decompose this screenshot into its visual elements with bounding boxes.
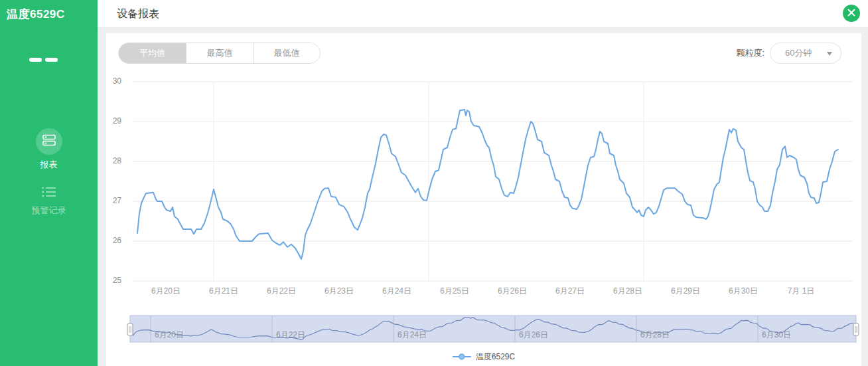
x-axis-label: 6月25日 [426,286,483,297]
warning-list-icon [42,189,56,200]
x-axis-label: 6月30日 [715,286,772,297]
sidebar-item-warning-records[interactable]: 预警记录 [0,186,98,217]
report-icon [42,134,56,149]
datazoom-slider[interactable] [130,316,856,342]
x-axis-label: 6月27日 [542,286,599,297]
y-axis-label: 26 [106,236,121,245]
x-axis-label: 6月24日 [368,286,425,297]
close-icon [847,7,855,19]
y-axis-label: 25 [106,276,121,285]
y-axis-label: 27 [106,196,121,205]
dashes-icon [29,58,58,62]
x-axis-label: 6月29日 [657,286,714,297]
y-axis-label: 29 [106,116,121,126]
page-title: 设备报表 [117,0,159,28]
x-axis-label: 6月23日 [311,286,368,297]
legend-label: 温度6529C [476,351,515,363]
sidebar-item-label: 预警记录 [0,205,98,217]
x-axis-label: 6月28日 [599,286,656,297]
header: 设备报表 [98,0,868,28]
datazoom-handle-left[interactable] [127,323,133,335]
x-axis-label: 7月 1日 [772,286,830,297]
datazoom-handle-right[interactable] [853,323,859,335]
x-axis-label: 6月26日 [484,286,541,297]
report-card: 平均值 最高值 最低值 颗粒度: 60分钟 3029282726256月20日6… [106,33,861,366]
legend-item[interactable]: 温度6529C [453,351,515,363]
report-icon-circle [36,128,62,155]
temperature-chart: 3029282726256月20日6月21日6月22日6月23日6月24日6月2… [106,33,861,366]
x-axis-label: 6月22日 [253,286,310,297]
page: { "sidebar": { "title": "温度6529C", "item… [0,0,868,366]
close-button[interactable] [843,5,860,22]
y-axis-label: 30 [106,76,121,86]
sidebar-item-report[interactable]: 报表 [0,128,98,171]
device-title: 温度6529C [7,7,65,22]
sidebar: 温度6529C 报表 [0,0,98,366]
x-axis-label: 6月20日 [137,286,194,297]
y-axis-label: 28 [106,156,121,165]
legend-marker-icon [453,351,471,363]
x-axis-label: 6月21日 [195,286,252,297]
sidebar-item-label: 报表 [0,159,98,171]
